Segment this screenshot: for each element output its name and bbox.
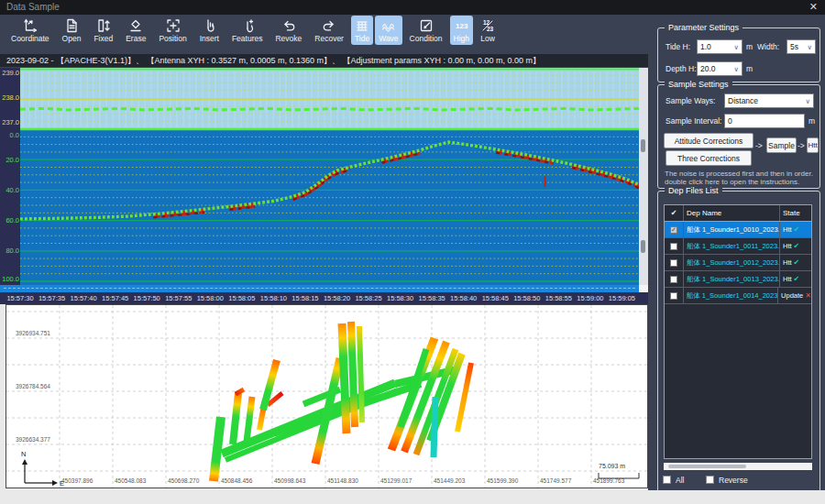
toolbar-button-revoke[interactable]: Revoke	[270, 16, 307, 45]
axis-tick-label: 100.0	[2, 275, 19, 283]
toolbar-label: Open	[62, 34, 82, 43]
dep-file-row[interactable]: ✓船体 1_Sounder1_0010_2023...Htt✔	[665, 222, 811, 238]
dep-file-row[interactable]: 船体 1_Sounder1_0014_2023...Update✕	[665, 288, 811, 304]
svg-text:450548.083: 450548.083	[115, 477, 147, 484]
dep-file-row[interactable]: 船体 1_Sounder1_0012_2023...Htt✔	[665, 255, 811, 271]
attitude-corrections-button[interactable]: Attitude Corrections	[664, 133, 754, 148]
track-map-panel[interactable]: 450397.896450548.083450698.270450848.456…	[6, 304, 648, 488]
check-column-header[interactable]: ✔	[665, 205, 684, 221]
width-label: Width:	[757, 42, 779, 51]
toolbar-button-fixed[interactable]: Fixed	[88, 16, 118, 45]
toolbar-button-coordinate[interactable]: Coordinate	[6, 16, 55, 45]
horizontal-scrollbar[interactable]	[0, 285, 651, 292]
left-axis: 239.0238.0237.00.020.040.060.080.0100.0	[0, 68, 20, 285]
svg-text:3926784.564: 3926784.564	[16, 383, 50, 389]
time-tick-label: 15:58:50	[513, 294, 540, 302]
svg-text:451449.203: 451449.203	[434, 477, 466, 484]
axis-tick-label: 60.0	[6, 216, 19, 225]
reverse-checkbox-label: Reverse	[719, 476, 748, 485]
all-checkbox[interactable]	[663, 476, 671, 484]
features-icon	[240, 17, 255, 33]
sample-settings-group: Sample Settings Sample Ways: Distance∨ S…	[657, 84, 820, 189]
toolbar-button-recover[interactable]: Recover	[309, 16, 349, 45]
row-checkbox[interactable]	[670, 292, 677, 300]
wave-icon	[381, 17, 396, 33]
hint-text-line2[interactable]: double click here to open the instructio…	[665, 178, 799, 186]
sample-interval-input[interactable]: 0	[724, 114, 805, 128]
open-icon	[64, 17, 79, 33]
toolbar-button-insert[interactable]: Insert	[194, 16, 225, 45]
time-tick-label: 15:57:35	[38, 294, 65, 302]
toolbar-button-low[interactable]: 1223 Low	[475, 16, 500, 45]
row-checkbox[interactable]: ✓	[670, 226, 677, 234]
reverse-checkbox[interactable]	[706, 476, 714, 484]
dep-list-scrollbar[interactable]	[664, 463, 812, 470]
time-tick-label: 15:57:45	[102, 294, 128, 302]
state-column-header[interactable]: State	[780, 209, 811, 217]
toolbar-label: Recover	[314, 34, 344, 43]
row-checkbox[interactable]	[670, 259, 677, 267]
toolbar-button-erase[interactable]: Erase	[120, 16, 151, 45]
depth-h-select[interactable]: 20.0∨	[697, 61, 742, 76]
tide-h-select[interactable]: 1.0∨	[697, 39, 742, 54]
toolbar-button-wave[interactable]: Wave	[375, 16, 402, 45]
toolbar-button-condition[interactable]: Condition	[404, 16, 448, 45]
toolbar: Coordinate Open Fixed Erase Position Ins…	[0, 16, 653, 54]
toolbar-label: Wave	[379, 34, 398, 43]
toolbar-button-features[interactable]: Features	[226, 16, 269, 45]
toolbar-button-high[interactable]: 123 High	[450, 16, 473, 45]
vertical-scrollbar[interactable]	[639, 68, 648, 285]
dep-file-name: 船体 1_Sounder1_0012_2023...	[687, 258, 780, 268]
coordinate-icon	[23, 17, 38, 33]
depth-h-label: Depth H:	[666, 64, 697, 73]
toolbar-button-tide[interactable]: Tide	[351, 16, 373, 45]
group-title: Parameter Settings	[665, 23, 742, 32]
hint-text-line1: The noise is processed first and then in…	[665, 170, 813, 178]
condition-icon	[419, 17, 434, 33]
high-123-icon: 123	[454, 17, 468, 33]
sample-button[interactable]: Sample	[766, 137, 797, 153]
scale-bar-label: 75.093 m	[599, 463, 625, 469]
close-icon[interactable]: ✕	[809, 1, 818, 13]
sample-interval-unit: m	[808, 116, 815, 126]
toolbar-button-position[interactable]: Position	[153, 16, 192, 45]
sample-ways-select[interactable]: Distance∨	[724, 93, 814, 108]
svg-text:451749.577: 451749.577	[540, 477, 572, 484]
profile-plot[interactable]	[20, 68, 639, 285]
sample-ways-label: Sample Ways:	[666, 96, 715, 105]
time-tick-label: 15:58:00	[197, 294, 224, 302]
titlebar: Data Sample ✕	[0, 0, 825, 15]
dep-files-group: Dep Files List ✔ Dep Name State ✓船体 1_So…	[657, 191, 820, 497]
row-checkbox[interactable]	[670, 276, 677, 283]
dep-file-row[interactable]: 船体 1_Sounder1_0011_2023...Htt✔	[665, 238, 811, 255]
toolbar-label: Tide	[355, 34, 369, 43]
axis-tick-label: 0.0	[10, 131, 19, 139]
tide-h-unit: m	[746, 42, 753, 51]
width-select[interactable]: 5s∨	[786, 39, 816, 54]
name-column-header[interactable]: Dep Name	[684, 205, 780, 221]
toolbar-label: Fixed	[94, 34, 113, 43]
time-tick-label: 15:59:00	[577, 294, 603, 302]
dep-files-table[interactable]: ✔ Dep Name State ✓船体 1_Sounder1_0010_202…	[664, 204, 812, 459]
chevron-down-icon: ∨	[734, 43, 740, 51]
depth-profile-chart	[20, 68, 639, 285]
dep-file-name: 船体 1_Sounder1_0011_2023...	[687, 242, 780, 251]
axis-tick-label: 239.0	[2, 69, 19, 77]
time-tick-label: 15:57:55	[165, 294, 192, 302]
svg-text:451599.390: 451599.390	[487, 477, 519, 484]
toolbar-button-open[interactable]: Open	[57, 16, 87, 45]
three-corrections-button[interactable]: Three Corrections	[666, 150, 752, 166]
time-tick-label: 15:57:40	[70, 294, 96, 302]
toolbar-label: Features	[232, 34, 263, 43]
toolbar-label: Insert	[200, 34, 219, 43]
dep-file-row[interactable]: 船体 1_Sounder1_0013_2023...Htt✔	[665, 271, 811, 288]
state-check-icon: ✔	[794, 275, 800, 283]
svg-text:N: N	[21, 450, 26, 458]
dep-file-name: 船体 1_Sounder1_0013_2023...	[687, 275, 780, 284]
row-checkbox[interactable]	[670, 243, 677, 250]
dep-table-header: ✔ Dep Name State	[665, 205, 811, 222]
svg-text:451148.830: 451148.830	[327, 477, 358, 484]
fixed-icon	[96, 17, 111, 33]
time-tick-label: 15:58:25	[355, 294, 381, 302]
htt-button[interactable]: Htt	[807, 137, 819, 153]
